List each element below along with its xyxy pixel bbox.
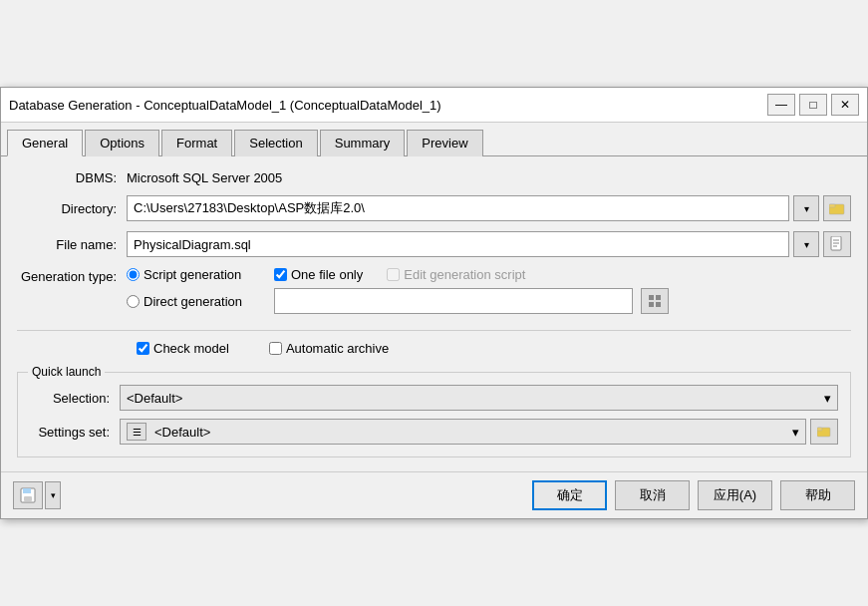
generation-type-label: Generation type: xyxy=(17,267,127,284)
dbms-value-wrap: Microsoft SQL Server 2005 xyxy=(127,170,851,185)
directory-input[interactable] xyxy=(127,195,789,221)
selection-dropdown-arrow: ▾ xyxy=(824,391,831,406)
svg-rect-14 xyxy=(24,496,32,501)
svg-rect-8 xyxy=(649,302,654,307)
filename-row: File name: ▾ xyxy=(17,231,851,257)
direct-generation-browse-btn[interactable] xyxy=(641,288,669,314)
action-buttons: 确定 取消 应用(A) 帮助 xyxy=(532,480,855,510)
direct-generation-row: Direct generation xyxy=(127,288,851,314)
svg-rect-11 xyxy=(817,428,822,431)
script-generation-row: Script generation One file only Edit gen… xyxy=(127,267,851,282)
directory-dropdown-btn[interactable]: ▾ xyxy=(793,195,819,221)
generation-type-row: Generation type: Script generation One f… xyxy=(17,267,851,320)
check-model-label[interactable]: Check model xyxy=(137,341,229,356)
window-controls: — □ ✕ xyxy=(767,94,859,116)
close-button[interactable]: ✕ xyxy=(831,94,859,116)
filename-dropdown-btn[interactable]: ▾ xyxy=(793,231,819,257)
folder-open-icon xyxy=(817,425,831,439)
filename-file-btn[interactable] xyxy=(823,231,851,257)
automatic-archive-checkbox[interactable] xyxy=(269,342,282,355)
tab-bar: General Options Format Selection Summary… xyxy=(1,123,867,156)
directory-browse-btn[interactable] xyxy=(823,195,851,221)
title-bar: Database Generation - ConceptualDataMode… xyxy=(1,88,867,123)
filename-input[interactable] xyxy=(127,231,789,257)
directory-label: Directory: xyxy=(17,201,127,216)
file-icon xyxy=(830,236,844,252)
settings-set-dropdown-arrow: ▾ xyxy=(792,425,799,440)
help-button[interactable]: 帮助 xyxy=(780,480,855,510)
tab-format[interactable]: Format xyxy=(161,130,232,156)
tab-options[interactable]: Options xyxy=(85,130,159,156)
save-section: ▾ xyxy=(13,481,61,509)
svg-rect-1 xyxy=(829,204,835,207)
directory-row: Directory: ▾ xyxy=(17,195,851,221)
direct-generation-input[interactable] xyxy=(274,288,633,314)
cancel-button[interactable]: 取消 xyxy=(615,480,690,510)
one-file-only-label[interactable]: One file only xyxy=(274,267,363,282)
dbms-row: DBMS: Microsoft SQL Server 2005 xyxy=(17,170,851,185)
settings-set-dropdown[interactable]: ☰ <Default> ▾ xyxy=(120,419,806,445)
edit-generation-script-label: Edit generation script xyxy=(387,267,525,282)
settings-set-row: Settings set: ☰ <Default> ▾ xyxy=(30,419,838,445)
save-dropdown-btn[interactable]: ▾ xyxy=(45,481,61,509)
minimize-button[interactable]: — xyxy=(767,94,795,116)
apply-button[interactable]: 应用(A) xyxy=(698,480,772,510)
selection-row: Selection: <Default> ▾ xyxy=(30,385,838,411)
checkboxes-row: Check model Automatic archive xyxy=(137,341,851,356)
settings-set-control: ☰ <Default> ▾ xyxy=(120,419,838,445)
maximize-button[interactable]: □ xyxy=(799,94,827,116)
main-window: Database Generation - ConceptualDataMode… xyxy=(0,87,868,519)
check-model-checkbox[interactable] xyxy=(137,342,149,355)
script-generation-radio[interactable] xyxy=(127,268,140,281)
dbms-value: Microsoft SQL Server 2005 xyxy=(127,170,282,185)
ok-button[interactable]: 确定 xyxy=(532,480,607,510)
selection-dropdown[interactable]: <Default> ▾ xyxy=(120,385,838,411)
tab-preview[interactable]: Preview xyxy=(407,130,482,156)
generation-type-options: Script generation One file only Edit gen… xyxy=(127,267,851,320)
edit-generation-script-checkbox xyxy=(387,268,400,281)
grid-icon xyxy=(648,294,662,308)
filename-label: File name: xyxy=(17,237,127,252)
directory-control: ▾ xyxy=(127,195,851,221)
divider-1 xyxy=(17,330,851,331)
dbms-label: DBMS: xyxy=(17,170,127,185)
settings-set-icon: ☰ xyxy=(127,423,146,441)
save-button[interactable] xyxy=(13,481,43,509)
tab-general[interactable]: General xyxy=(7,130,83,156)
quick-launch-label: Quick launch xyxy=(28,365,105,379)
svg-rect-9 xyxy=(656,302,661,307)
script-generation-label[interactable]: Script generation xyxy=(127,267,266,282)
save-icon xyxy=(20,487,36,503)
window-title: Database Generation - ConceptualDataMode… xyxy=(9,98,441,113)
settings-set-browse-btn[interactable] xyxy=(810,419,838,445)
settings-set-label: Settings set: xyxy=(30,425,120,440)
content-area: DBMS: Microsoft SQL Server 2005 Director… xyxy=(1,156,867,471)
svg-rect-7 xyxy=(656,295,661,300)
filename-control: ▾ xyxy=(127,231,851,257)
selection-control: <Default> ▾ xyxy=(120,385,838,411)
svg-rect-6 xyxy=(649,295,654,300)
svg-rect-13 xyxy=(23,488,31,493)
tab-selection[interactable]: Selection xyxy=(234,130,317,156)
one-file-only-checkbox[interactable] xyxy=(274,268,287,281)
direct-generation-label[interactable]: Direct generation xyxy=(127,294,266,309)
folder-icon xyxy=(829,201,845,215)
bottom-bar: ▾ 确定 取消 应用(A) 帮助 xyxy=(1,471,867,518)
quick-launch-section: Quick launch Selection: <Default> ▾ Sett… xyxy=(17,372,851,457)
tab-summary[interactable]: Summary xyxy=(320,130,406,156)
automatic-archive-label[interactable]: Automatic archive xyxy=(269,341,389,356)
selection-label: Selection: xyxy=(30,391,120,406)
direct-generation-radio[interactable] xyxy=(127,295,140,308)
